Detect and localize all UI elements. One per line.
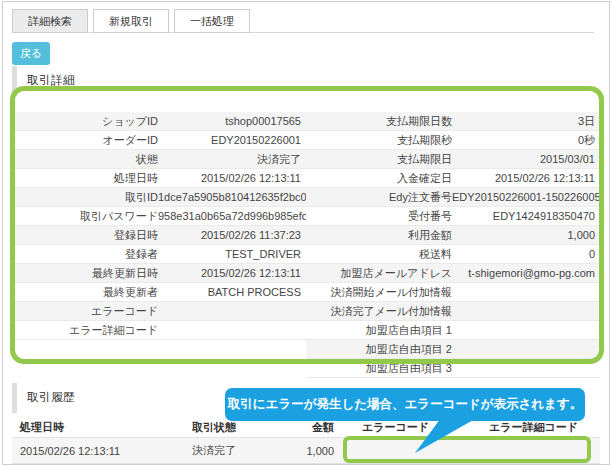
detail-row: 取引パスワード 958e31a0b65a72d996b985efd4265336 [12,207,306,226]
error-code-tooltip: 取引にエラーが発生した場合、エラーコードが表示されます。 [225,388,585,421]
detail-value: EDY20150226001-150226005561 [452,191,600,203]
detail-row: 加盟店自由項目 1 [306,321,600,340]
detail-label: 取引パスワード [12,209,158,224]
detail-value: BATCH PROCESS [158,286,306,298]
history-header-datetime: 処理日時 [12,420,192,435]
detail-label: 取引ID [12,190,158,205]
section-title-transaction-detail: 取引詳細 [12,66,75,96]
detail-value: 1dce7a5905b810412635f2bc089893e3 [158,191,306,203]
detail-row: 支払期限秒 0秒 [306,131,600,150]
detail-label: 利用金額 [306,228,452,243]
detail-label: 加盟店自由項目 2 [306,342,452,357]
detail-value: EDY1424918350470 [452,210,600,222]
detail-value: 2015/02/26 12:13:11 [158,267,306,279]
detail-row: 決済完了メール付加情報 [306,302,600,321]
history-header-error-detail-code: エラー詳細コード [479,420,600,435]
history-rows: 2015/02/26 12:13:11 決済完了 1,000 [12,438,600,464]
detail-label: エラー詳細コード [12,323,158,338]
history-header-row: 処理日時 取引状態 金額 エラーコード エラー詳細コード [12,418,600,438]
detail-row: 最終更新日時 2015/02/26 12:13:11 [12,264,306,283]
detail-value: 0秒 [452,133,600,148]
detail-label: 最終更新日時 [12,266,158,281]
detail-row: 取引ID 1dce7a5905b810412635f2bc089893e3 [12,188,306,207]
detail-row: 支払期限日 2015/03/01 [306,150,600,169]
detail-row: 処理日時 2015/02/26 12:13:11 [12,169,306,188]
detail-label: 最終更新者 [12,285,158,300]
detail-right-column: 支払期限日数 3日 支払期限秒 0秒 支払期限日 2015/03/01 入金確定… [306,112,600,378]
detail-value: 2015/03/01 [452,153,600,165]
detail-label: エラーコード [12,304,158,319]
detail-label: 状態 [12,152,158,167]
detail-row: エラー詳細コード [12,321,306,340]
tab[interactable]: 詳細検索 [12,9,88,33]
detail-row: 登録日時 2015/02/26 11:37:23 [12,226,306,245]
detail-row: 入金確定日 2015/02/26 12:13:11 [306,169,600,188]
detail-label: 加盟店自由項目 1 [306,323,452,338]
detail-left-column: ショップID tshop00017565 オーダーID EDY201502260… [12,112,306,378]
detail-label: 登録者 [12,247,158,262]
transaction-detail-page: 詳細検索新規取引一括処理 戻る 取引詳細 ショップID tshop0001756… [0,0,612,465]
tab-bar: 詳細検索新規取引一括処理 [12,9,594,33]
detail-value: 1,000 [452,229,600,241]
detail-row: 税送料 0 [306,245,600,264]
detail-value: 3日 [452,114,600,129]
detail-label: 支払期限日 [306,152,452,167]
detail-value: 2015/02/26 12:13:11 [158,172,306,184]
detail-label: 入金確定日 [306,171,452,186]
section-title-transaction-history: 取引履歴 [12,383,75,413]
detail-row: 最終更新者 BATCH PROCESS [12,283,306,302]
history-header-amount: 金額 [302,420,334,435]
detail-value: 2015/02/26 11:37:23 [158,229,306,241]
history-cell-datetime: 2015/02/26 12:13:11 [12,445,192,457]
detail-row: 支払期限日数 3日 [306,112,600,131]
detail-label: 支払期限日数 [306,114,452,129]
detail-label: 処理日時 [12,171,158,186]
detail-label: 支払期限秒 [306,133,452,148]
detail-value: 2015/02/26 12:13:11 [452,172,600,184]
detail-label: 税送料 [306,247,452,262]
tab[interactable]: 新規取引 [93,9,169,33]
detail-label: Edy注文番号 [306,190,452,205]
detail-value: tshop00017565 [158,115,306,127]
detail-label: 決済完了メール付加情報 [306,304,452,319]
detail-row: 利用金額 1,000 [306,226,600,245]
detail-row: 登録者 TEST_DRIVER [12,245,306,264]
detail-row: 加盟店自由項目 3 [306,359,600,378]
detail-value: 958e31a0b65a72d996b985efd4265336 [158,210,306,222]
history-header-status: 取引状態 [192,420,302,435]
detail-row: 決済開始メール付加情報 [306,283,600,302]
detail-row: ショップID tshop00017565 [12,112,306,131]
detail-label: 加盟店メールアドレス [306,266,452,281]
detail-label: オーダーID [12,133,158,148]
detail-value: 0 [452,248,600,260]
back-button[interactable]: 戻る [12,42,50,65]
detail-label: ショップID [12,114,158,129]
detail-value: EDY20150226001 [158,134,306,146]
detail-value: 決済完了 [158,152,306,167]
tab[interactable]: 一括処理 [174,9,250,33]
transaction-detail-table: ショップID tshop00017565 オーダーID EDY201502260… [12,112,600,378]
detail-label: 加盟店自由項目 3 [306,361,452,376]
history-cell-amount: 1,000 [302,445,334,457]
history-cell-status: 決済完了 [192,443,302,458]
detail-row: 加盟店メールアドレス t-shigemori@gmo-pg.com [306,264,600,283]
detail-row: 加盟店自由項目 2 [306,340,600,359]
detail-value: t-shigemori@gmo-pg.com [452,267,600,279]
transaction-history-table: 処理日時 取引状態 金額 エラーコード エラー詳細コード 2015/02/26 … [12,418,600,464]
detail-row: 受付番号 EDY1424918350470 [306,207,600,226]
detail-row: オーダーID EDY20150226001 [12,131,306,150]
detail-label: 決済開始メール付加情報 [306,285,452,300]
detail-label: 登録日時 [12,228,158,243]
detail-row: Edy注文番号 EDY20150226001-150226005561 [306,188,600,207]
detail-label: 受付番号 [306,209,452,224]
history-row: 2015/02/26 12:13:11 決済完了 1,000 [12,438,600,464]
detail-value: TEST_DRIVER [158,248,306,260]
detail-row: 状態 決済完了 [12,150,306,169]
detail-row: エラーコード [12,302,306,321]
